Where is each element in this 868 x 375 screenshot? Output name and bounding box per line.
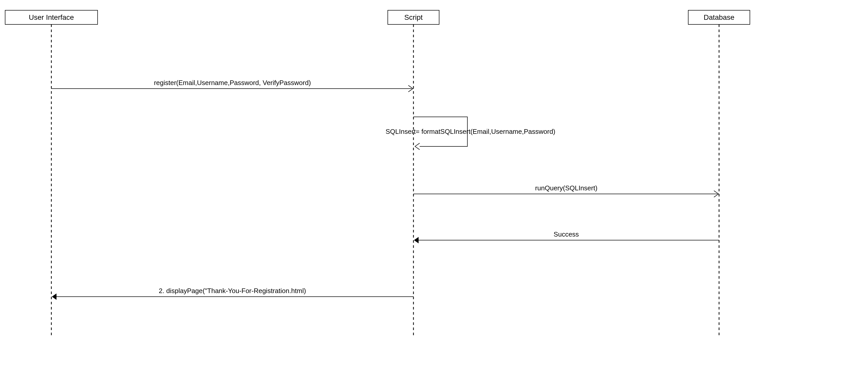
lifeline-label-script: Script [404,13,423,21]
arrowhead [415,143,420,150]
message-1: SQLInsert= formatSQLInsert(Email,Usernam… [385,117,555,150]
message-4: 2. displayPage("Thank-You-For-Registrati… [52,287,413,300]
message-label: register(Email,Username,Password, Verify… [154,79,311,87]
message-label: Success [554,230,579,238]
lifeline-label-ui: User Interface [29,13,74,21]
message-3: Success [414,230,719,244]
message-label: runQuery(SQLInsert) [535,184,597,192]
message-2: runQuery(SQLInsert) [413,184,718,197]
message-label: 2. displayPage("Thank-You-For-Registrati… [159,287,306,294]
arrowhead [52,293,57,300]
sequence-diagram: User InterfaceScriptDatabase register(Em… [0,0,868,375]
message-0: register(Email,Username,Password, Verify… [51,79,413,92]
lifeline-label-db: Database [704,13,735,21]
message-label: SQLInsert= formatSQLInsert(Email,Usernam… [385,128,555,135]
arrowhead [414,237,418,243]
